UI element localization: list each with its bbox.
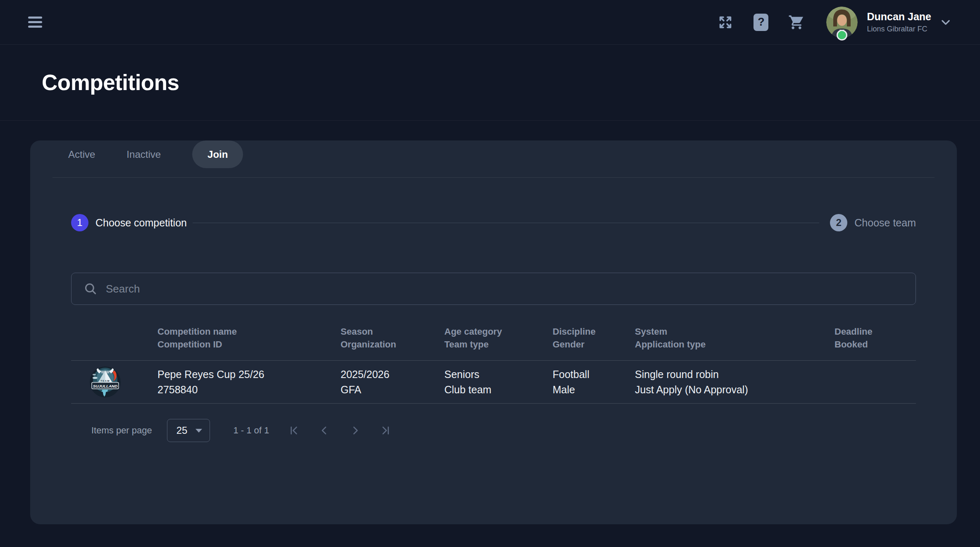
cart-button[interactable] [787,13,806,31]
header-discipline: Discipline Gender [553,325,635,351]
menu-bar [28,17,42,19]
user-name: Duncan Jane [867,10,931,23]
page-header: Competitions [0,45,980,121]
competition-id: 2758840 [157,382,341,397]
topbar: ? Duncan Jane Lion [0,0,980,45]
page-size-value: 25 [176,425,188,436]
items-per-page-label: Items per page [91,425,152,436]
menu-bar [28,21,42,23]
team-logo: TEAM SUJULLAND [90,366,121,397]
age-category: Seniors [444,367,553,382]
page-title: Competitions [42,70,179,95]
tab-inactive[interactable]: Inactive [126,149,161,160]
cell-season: 2025/2026 GFA [341,367,444,397]
page-size-select[interactable]: 25 [167,419,210,442]
stepper-connector-line [193,223,819,223]
online-status-dot [837,30,847,40]
header-age-category: Age category Team type [444,325,553,351]
first-page-button[interactable] [287,424,300,437]
previous-page-button[interactable] [318,424,331,437]
user-menu-chevron[interactable] [938,14,954,30]
cell-system: Single round robin Just Apply (No Approv… [635,367,835,397]
last-page-button[interactable] [379,424,392,437]
competitions-table: Competition name Competition ID Season O… [71,325,916,404]
system: Single round robin [635,367,835,382]
tab-bar: Active Inactive Join [68,140,935,168]
help-icon: ? [753,14,768,31]
help-button[interactable]: ? [752,13,770,31]
cart-icon [788,14,805,31]
gender: Male [553,382,635,397]
user-organization: Lions Gibraltar FC [867,24,931,34]
svg-text:TEAM: TEAM [100,380,110,382]
svg-text:SUJULLAND: SUJULLAND [93,384,118,388]
topbar-actions: ? Duncan Jane Lion [699,7,954,38]
competitions-card: Active Inactive Join 1 Choose competitio… [30,140,957,524]
step-2-indicator: 2 [830,214,847,231]
main-content: Active Inactive Join 1 Choose competitio… [0,140,980,524]
menu-icon[interactable] [26,14,45,30]
previous-page-icon [319,425,330,436]
cell-competition: Pepe Reyes Cup 25/26 2758840 [157,367,341,397]
first-page-icon [288,425,300,436]
step-choose-team: 2 Choose team [830,214,916,231]
team-logo-cell: TEAM SUJULLAND [71,366,157,397]
next-page-icon [349,425,361,436]
chevron-down-icon [939,16,952,29]
step-choose-competition: 1 Choose competition [71,214,187,231]
caret-down-icon [196,429,202,433]
step-1-indicator: 1 [71,214,88,231]
season: 2025/2026 [341,367,444,382]
step-1-label: Choose competition [95,217,187,229]
competition-name: Pepe Reyes Cup 25/26 [157,367,341,382]
search-icon [83,282,98,296]
fullscreen-icon [718,14,733,30]
header-deadline: Deadline Booked [835,325,916,351]
team-type: Club team [444,382,553,397]
tab-divider [52,177,935,178]
tab-join[interactable]: Join [192,140,243,168]
application-type: Just Apply (No Approval) [635,382,835,397]
last-page-icon [380,425,391,436]
header-season: Season Organization [341,325,444,351]
cell-discipline: Football Male [553,367,635,397]
pagination-controls [287,424,392,437]
next-page-button[interactable] [348,424,362,437]
fullscreen-button[interactable] [716,13,734,31]
tab-active[interactable]: Active [68,149,95,160]
header-competition: Competition name Competition ID [157,325,341,351]
header-system: System Application type [635,325,835,351]
user-avatar[interactable] [826,7,858,38]
discipline: Football [553,367,635,382]
paginator: Items per page 25 1 - 1 of 1 [91,419,916,442]
cell-age-category: Seniors Club team [444,367,553,397]
organization: GFA [341,382,444,397]
search-input[interactable] [72,273,916,304]
table-header-row: Competition name Competition ID Season O… [71,325,916,361]
user-menu[interactable]: Duncan Jane Lions Gibraltar FC [867,10,931,34]
page-range-label: 1 - 1 of 1 [233,425,269,436]
search-box [71,273,916,305]
header-logo-column [71,325,157,351]
stepper: 1 Choose competition 2 Choose team [71,214,916,231]
step-2-label: Choose team [854,217,916,229]
menu-bar [28,26,42,28]
table-row[interactable]: TEAM SUJULLAND Pepe Reyes Cup 25/26 2758… [71,361,916,404]
